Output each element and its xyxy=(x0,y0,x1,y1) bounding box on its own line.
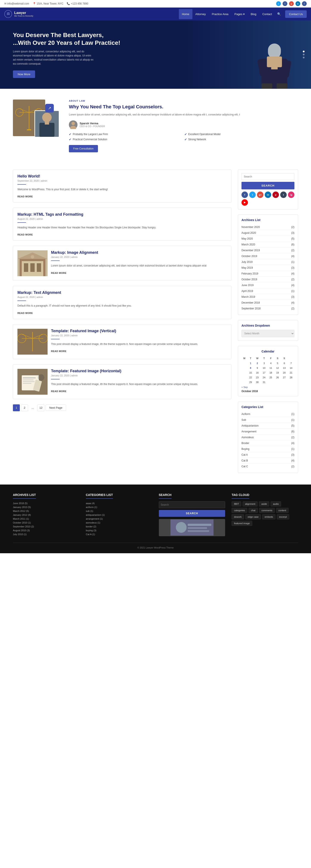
archive-item-8[interactable]: May 2019(3) xyxy=(241,265,295,271)
hero-dot-1[interactable] xyxy=(303,51,305,52)
cal-cell[interactable]: 16 xyxy=(254,370,261,375)
cal-cell[interactable]: 2 xyxy=(254,361,261,366)
search-button[interactable]: SEARCH xyxy=(241,182,295,189)
nav-blog[interactable]: Blog xyxy=(248,9,260,19)
archive-item-11[interactable]: June 2019(4) xyxy=(241,282,295,288)
cal-cell[interactable]: 22 xyxy=(247,375,254,380)
cal-cell[interactable]: 3 xyxy=(261,361,267,366)
footer-cat-1[interactable]: aaaa (4) xyxy=(86,501,152,505)
footer-archive-3[interactable]: March 2012 (5) xyxy=(13,509,79,513)
footer-search-button[interactable]: SEARCH xyxy=(159,510,226,517)
footer-archive-5[interactable]: March 2011 (1) xyxy=(13,517,79,521)
cal-cell[interactable]: 26 xyxy=(274,375,281,380)
cat-item-8[interactable]: Cat A(3) xyxy=(241,452,295,458)
tag-content[interactable]: content xyxy=(276,508,288,513)
sidebar-pinterest-btn[interactable]: p xyxy=(273,191,279,198)
archive-item-1[interactable]: November 2020(2) xyxy=(241,224,295,230)
calendar-prev[interactable]: « Sep xyxy=(241,386,248,389)
sidebar-gplus-btn[interactable]: g+ xyxy=(257,191,264,198)
page-btn-1[interactable]: 1 xyxy=(13,404,20,411)
cal-cell[interactable]: 28 xyxy=(288,375,295,380)
tag-aside[interactable]: aside xyxy=(259,501,269,506)
cal-cell[interactable] xyxy=(241,361,247,366)
footer-archive-9[interactable]: July 2010 (1) xyxy=(13,532,79,536)
archive-item-14[interactable]: December 2018(4) xyxy=(241,300,295,306)
cal-cell[interactable]: 18 xyxy=(268,370,274,375)
sidebar-instagram-btn[interactable]: ig xyxy=(288,191,295,198)
read-more-6[interactable]: READ MORE xyxy=(51,390,67,393)
contact-us-button[interactable]: Contact Us xyxy=(285,10,307,18)
cal-cell[interactable]: 29 xyxy=(247,380,254,384)
archive-item-5[interactable]: December 2019(2) xyxy=(241,248,295,253)
nav-search-icon[interactable]: 🔍 xyxy=(275,9,283,19)
cal-cell[interactable]: 10 xyxy=(261,366,267,370)
tag-8bit[interactable]: 8BIT xyxy=(232,501,241,506)
tag-edge-case[interactable]: edge case xyxy=(245,514,261,520)
cat-item-1[interactable]: Aciform(1) xyxy=(241,411,295,417)
hero-dot-3[interactable] xyxy=(303,57,305,58)
footer-cat-8[interactable]: buying (3) xyxy=(86,528,152,532)
tag-audio[interactable]: audio xyxy=(271,501,281,506)
cal-cell[interactable]: 12 xyxy=(274,366,281,370)
nav-contact[interactable]: Contact xyxy=(260,9,275,19)
linkedin-icon-top[interactable]: in xyxy=(296,1,300,6)
nav-pages[interactable]: Pages ▾ xyxy=(231,9,247,19)
tag-alignment[interactable]: alignment xyxy=(243,501,257,506)
archive-item-13[interactable]: March 2019(3) xyxy=(241,294,295,300)
googleplus-icon-top[interactable]: g xyxy=(289,1,294,6)
tag-embeds[interactable]: embeds xyxy=(262,514,275,520)
cal-cell[interactable]: 8 xyxy=(247,366,254,370)
cal-cell[interactable]: 20 xyxy=(281,370,287,375)
footer-archive-8[interactable]: August 2010 (3) xyxy=(13,528,79,532)
read-more-2[interactable]: READ MORE xyxy=(18,233,33,236)
footer-archive-4[interactable]: January 2012 (8) xyxy=(13,513,79,517)
archive-item-6[interactable]: October 2019(4) xyxy=(241,253,295,259)
archives-select[interactable]: Select Month xyxy=(241,330,295,337)
cal-cell[interactable] xyxy=(241,380,247,384)
cal-cell[interactable] xyxy=(241,375,247,380)
archive-item-4[interactable]: March 2020(6) xyxy=(241,242,295,248)
cal-cell[interactable]: 5 xyxy=(274,361,281,366)
cal-cell[interactable]: 7 xyxy=(288,361,295,366)
footer-archive-7[interactable]: September 2010 (2) xyxy=(13,525,79,528)
tag-categories[interactable]: categories xyxy=(232,508,247,513)
tag-dowork[interactable]: dowork xyxy=(232,514,244,520)
cat-item-5[interactable]: Asmodeus(2) xyxy=(241,435,295,440)
next-page-button[interactable]: Next Page xyxy=(46,405,66,411)
sidebar-linkedin-btn[interactable]: in xyxy=(265,191,271,198)
sidebar-tumblr-btn[interactable]: t xyxy=(280,191,287,198)
footer-cat-9[interactable]: Cat A (1) xyxy=(86,532,152,536)
footer-cat-4[interactable]: antiquarianism (1) xyxy=(86,513,152,517)
read-more-5[interactable]: READ MORE xyxy=(51,350,67,352)
archive-item-10[interactable]: October 2019(2) xyxy=(241,277,295,282)
footer-archive-2[interactable]: January 2013 (5) xyxy=(13,505,79,509)
sidebar-youtube-btn[interactable]: ▶ xyxy=(241,199,248,206)
tag-comments[interactable]: comments xyxy=(259,508,275,513)
twitter-icon-top[interactable]: t xyxy=(276,1,281,6)
cal-cell[interactable] xyxy=(241,366,247,370)
footer-cat-3[interactable]: sub (1) xyxy=(86,509,152,513)
archive-item-15[interactable]: September 2018(2) xyxy=(241,306,295,311)
cal-cell[interactable]: 6 xyxy=(281,361,287,366)
search-input[interactable] xyxy=(241,173,295,180)
read-more-4[interactable]: READ MORE xyxy=(18,312,33,314)
cal-cell[interactable]: 9 xyxy=(254,366,261,370)
cal-cell[interactable]: 24 xyxy=(261,375,267,380)
cal-cell[interactable]: 31 xyxy=(261,380,267,384)
read-more-1[interactable]: READ MORE xyxy=(18,195,33,198)
cal-cell[interactable]: 27 xyxy=(281,375,287,380)
cal-cell[interactable]: 19 xyxy=(274,370,281,375)
cat-item-10[interactable]: Cat C(2) xyxy=(241,464,295,469)
tag-chat[interactable]: chat xyxy=(249,508,258,513)
page-btn-2[interactable]: 2 xyxy=(21,404,28,411)
cat-item-2[interactable]: Sub(1) xyxy=(241,417,295,423)
cal-cell[interactable]: 14 xyxy=(288,366,295,370)
facebook-icon-top[interactable]: f xyxy=(283,1,287,6)
nav-attorney[interactable]: Attorney xyxy=(193,9,209,19)
cal-cell[interactable]: 13 xyxy=(281,366,287,370)
archive-item-7[interactable]: July 2019(1) xyxy=(241,259,295,265)
tag-excerpt[interactable]: excerpt xyxy=(277,514,289,520)
archive-item-3[interactable]: May 2020(5) xyxy=(241,236,295,242)
cat-item-6[interactable]: Broder(4) xyxy=(241,440,295,446)
cal-cell[interactable]: 21 xyxy=(288,370,295,375)
